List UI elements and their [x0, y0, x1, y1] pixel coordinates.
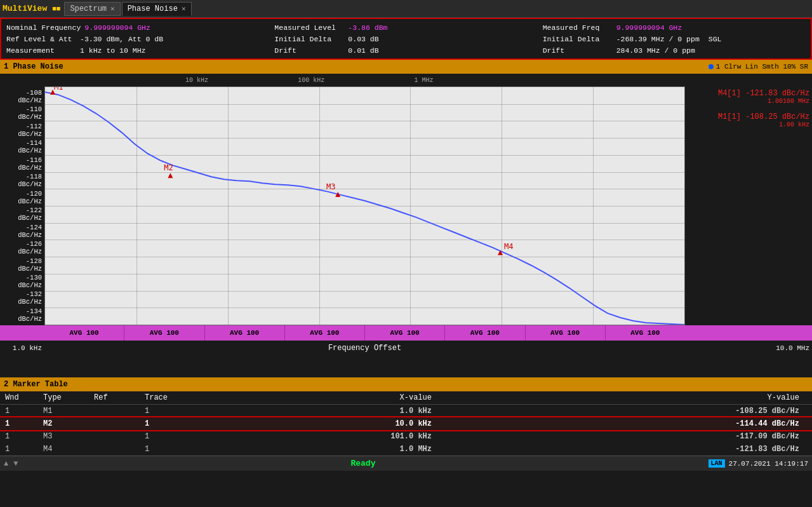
- row-wnd: 1: [0, 405, 38, 418]
- avg-seg-3: AVG 100: [285, 325, 365, 341]
- lan-icon: LAN: [709, 459, 725, 468]
- ref-level-value: -3.30 dBm, Att 0 dB: [80, 35, 163, 43]
- m4-freq-label: 1.00100 MHz: [688, 98, 809, 105]
- row-trace: 1: [140, 430, 190, 443]
- measurement-label: Measurement: [6, 46, 76, 55]
- row-trace: 1: [140, 417, 190, 430]
- status-arrow-up[interactable]: ▲: [4, 459, 8, 468]
- avg-seg-5: AVG 100: [445, 325, 525, 341]
- measured-freq-label: Measured Freq: [543, 24, 613, 32]
- marker-table-header-row: Wnd Type Ref Trace X-value Y-value: [0, 391, 812, 405]
- svg-text:M1: M1: [54, 87, 63, 91]
- row-wnd: 1: [0, 417, 38, 430]
- tab-spectrum[interactable]: Spectrum ✕: [64, 2, 120, 16]
- measured-freq-value: 9.999999094 GHz: [616, 24, 682, 32]
- initial-delta-2-value: 0.03 dB: [348, 35, 378, 43]
- marker-table: Wnd Type Ref Trace X-value Y-value 1 M1 …: [0, 391, 812, 456]
- m1-freq-label: 1.00 kHz: [688, 121, 809, 128]
- measurement-value: 1 kHz to 10 MHz: [80, 46, 146, 55]
- app-icon: ■■: [52, 5, 60, 13]
- plot-area[interactable]: M1 M2 M3 M4: [44, 86, 685, 325]
- row-ref: [89, 430, 140, 443]
- drift-3-value: 284.03 MHz / 0 ppm: [616, 46, 695, 55]
- tab-spectrum-label: Spectrum: [70, 4, 107, 13]
- status-left: ▲ ▼: [4, 459, 18, 468]
- drift-2-value: 0.01 dB: [348, 46, 378, 55]
- status-bar: ▲ ▼ Ready LAN 27.07.2021 14:19:17: [0, 456, 812, 471]
- app-title: MultiView: [3, 4, 47, 13]
- tab-spectrum-close[interactable]: ✕: [110, 4, 115, 13]
- col-type: Type: [38, 391, 89, 405]
- ref-level-label: Ref Level & Att: [6, 35, 76, 43]
- drift-3-label: Drift: [543, 46, 613, 55]
- y-label-13: -134 dBc/Hz: [1, 308, 42, 323]
- status-right: LAN 27.07.2021 14:19:17: [709, 459, 808, 468]
- info-drift-3: Drift 284.03 MHz / 0 ppm: [543, 46, 806, 55]
- y-label-10: -128 dBc/Hz: [1, 257, 42, 273]
- svg-text:M3: M3: [326, 182, 336, 191]
- y-label-6: -120 dBc/Hz: [1, 190, 42, 205]
- row-yvalue: -114.44 dBc/Hz: [508, 417, 812, 430]
- info-col-2: Measured Level -3.86 dBm Initial Delta 0…: [272, 20, 540, 57]
- y-label-2: -112 dBc/Hz: [1, 123, 42, 138]
- measured-level-label: Measured Level: [274, 24, 344, 32]
- x-label-10khz: 10 kHz: [185, 77, 208, 84]
- svg-marker-2: [168, 173, 173, 178]
- freq-offset-label: Frequency Offset: [44, 344, 685, 353]
- right-m1: M1[1] -108.25 dBc/Hz 1.00 kHz: [688, 112, 809, 128]
- avg-seg-1: AVG 100: [124, 325, 204, 341]
- avg-seg-7: AVG 100: [606, 325, 685, 341]
- legend-dot: [709, 64, 714, 69]
- marker-table-header: 2 Marker Table: [0, 377, 812, 391]
- row-trace: 1: [140, 405, 190, 418]
- avg-seg-4: AVG 100: [365, 325, 445, 341]
- row-wnd: 1: [0, 443, 38, 456]
- y-label-9: -126 dBc/Hz: [1, 240, 42, 255]
- tab-phase-noise-close[interactable]: ✕: [182, 4, 186, 13]
- row-type: M2: [38, 417, 89, 430]
- col-yvalue: Y-value: [508, 391, 812, 405]
- chart-main-area: -108 dBc/Hz -110 dBc/Hz -112 dBc/Hz -114…: [0, 86, 812, 325]
- row-type: M4: [38, 443, 89, 456]
- info-measurement: Measurement 1 kHz to 10 MHz: [6, 46, 269, 55]
- status-datetime: 27.07.2021 14:19:17: [729, 460, 808, 468]
- avg-bar: AVG 100 AVG 100 AVG 100 AVG 100 AVG 100 …: [0, 325, 812, 341]
- m4-marker-label: M4[1] -121.83 dBc/Hz: [688, 89, 809, 98]
- info-measured-level: Measured Level -3.86 dBm: [274, 24, 537, 32]
- row-ref: [89, 417, 140, 430]
- avg-seg-6: AVG 100: [526, 325, 606, 341]
- info-drift-2: Drift 0.01 dB: [274, 46, 537, 55]
- info-initial-delta-2: Initial Delta 0.03 dB: [274, 35, 537, 43]
- marker-table-section: 2 Marker Table Wnd Type Ref Trace X-valu…: [0, 377, 812, 456]
- marker-table-title: 2 Marker Table: [4, 380, 68, 389]
- y-label-4: -116 dBc/Hz: [1, 156, 42, 172]
- x-label-100khz: 100 kHz: [298, 77, 324, 84]
- info-ref-level: Ref Level & Att -3.30 dBm, Att 0 dB: [6, 35, 269, 43]
- top-bar: MultiView ■■ Spectrum ✕ Phase Noise ✕: [0, 0, 812, 18]
- marker-table-row: 1 M3 1 101.0 kHz -117.09 dBc/Hz: [0, 430, 812, 443]
- row-wnd: 1: [0, 430, 38, 443]
- x-end-label: 10.0 MHz: [685, 344, 812, 352]
- measured-level-value: -3.86 dBm: [348, 24, 387, 32]
- row-xvalue: 1.0 MHz: [190, 443, 508, 456]
- right-panel: M4[1] -121.83 dBc/Hz 1.00100 MHz M1[1] -…: [685, 86, 812, 325]
- legend-text: 1 Clrw Lin Smth 10% SR: [716, 63, 808, 71]
- col-xvalue: X-value: [190, 391, 508, 405]
- x-axis-range-bar: 1.0 kHz Frequency Offset 10.0 MHz: [0, 341, 812, 356]
- x-axis-top-labels: 10 kHz 100 kHz 1 MHz: [44, 74, 685, 86]
- tab-phase-noise-label: Phase Noise: [128, 4, 178, 13]
- nominal-freq-value: 9.999999094 GHz: [84, 24, 150, 32]
- col-wnd: Wnd: [0, 391, 38, 405]
- phase-noise-curve: M1 M2 M3 M4: [45, 87, 684, 325]
- marker-table-row: 1 M1 1 1.0 kHz -108.25 dBc/Hz: [0, 405, 812, 418]
- col-ref: Ref: [89, 391, 140, 405]
- tab-phase-noise[interactable]: Phase Noise ✕: [122, 2, 192, 16]
- right-m4-label: M4[1] -121.83 dBc/Hz 1.00100 MHz: [688, 89, 809, 105]
- y-label-11: -130 dBc/Hz: [1, 274, 42, 289]
- status-arrow-down[interactable]: ▼: [13, 459, 18, 468]
- svg-text:M4: M4: [504, 242, 514, 251]
- row-type: M3: [38, 430, 89, 443]
- row-ref: [89, 405, 140, 418]
- chart-header: 1 Phase Noise 1 Clrw Lin Smth 10% SR: [0, 60, 812, 74]
- row-xvalue: 101.0 kHz: [190, 430, 508, 443]
